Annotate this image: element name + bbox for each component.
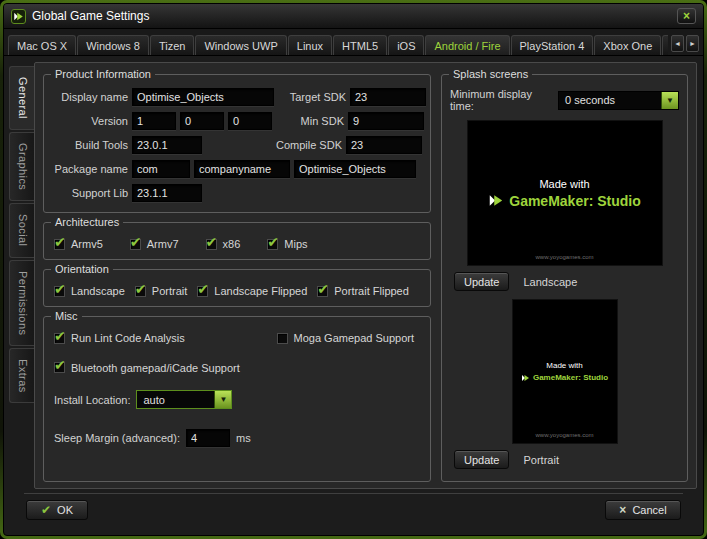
support-lib-row: Support Lib bbox=[52, 184, 422, 202]
tab-linux[interactable]: Linux bbox=[288, 35, 332, 55]
checkbox-label: Run Lint Code Analysis bbox=[71, 332, 185, 344]
close-icon[interactable]: × bbox=[677, 8, 696, 24]
package-part3-input[interactable] bbox=[294, 160, 416, 178]
portrait-checkbox[interactable]: Portrait bbox=[135, 285, 187, 297]
checkbox-box bbox=[317, 286, 328, 297]
install-location-dropdown[interactable]: auto ▼ bbox=[136, 390, 232, 409]
close-icon: × bbox=[619, 503, 626, 517]
sleep-margin-unit: ms bbox=[236, 432, 251, 444]
chevron-down-icon[interactable]: ▼ bbox=[661, 92, 678, 109]
footer-divider bbox=[24, 493, 683, 494]
checkbox-label: x86 bbox=[223, 238, 241, 250]
cancel-button[interactable]: × Cancel bbox=[605, 500, 681, 520]
checkbox-box bbox=[130, 239, 141, 250]
minimum-display-time-row: Minimum display time: 0 seconds ▼ bbox=[450, 88, 679, 112]
side-tab-graphics[interactable]: Graphics bbox=[9, 132, 34, 201]
portrait-update-button[interactable]: Update bbox=[454, 450, 509, 469]
window-frame: Global Game Settings × Mac OS X Windows … bbox=[0, 0, 707, 539]
sleep-margin-input[interactable] bbox=[186, 429, 230, 447]
misc-row-sleep-margin: Sleep Margin (advanced): ms bbox=[54, 429, 422, 447]
footer-buttons: ✔ OK × Cancel bbox=[18, 500, 689, 520]
general-panel: Product Information Display name Target … bbox=[34, 62, 697, 489]
tab-scroll-controls: ◄ ► bbox=[668, 35, 701, 55]
sleep-margin-label: Sleep Margin (advanced): bbox=[54, 432, 180, 444]
tab-scroll-right-icon[interactable]: ► bbox=[686, 35, 699, 52]
checkbox-box bbox=[54, 333, 65, 344]
moga-gamepad-checkbox[interactable]: Moga Gamepad Support bbox=[277, 332, 414, 344]
side-tab-permissions[interactable]: Permissions bbox=[9, 260, 34, 346]
x86-checkbox[interactable]: x86 bbox=[206, 238, 241, 250]
cancel-button-label: Cancel bbox=[632, 504, 666, 516]
tab-xbox-one[interactable]: Xbox One bbox=[594, 35, 661, 55]
landscape-flipped-checkbox[interactable]: Landscape Flipped bbox=[197, 285, 307, 297]
mips-checkbox[interactable]: Mips bbox=[267, 238, 307, 250]
min-sdk-input[interactable] bbox=[348, 112, 424, 130]
checkbox-label: Portrait Flipped bbox=[334, 285, 409, 297]
portrait-flipped-checkbox[interactable]: Portrait Flipped bbox=[317, 285, 409, 297]
gamemaker-app-icon bbox=[11, 9, 26, 24]
minimum-display-time-label: Minimum display time: bbox=[450, 88, 558, 112]
landscape-checkbox[interactable]: Landscape bbox=[54, 285, 125, 297]
minimum-display-time-dropdown[interactable]: 0 seconds ▼ bbox=[558, 91, 679, 110]
version-minor-input[interactable] bbox=[180, 112, 224, 130]
version-major-input[interactable] bbox=[132, 112, 176, 130]
armv5-checkbox[interactable]: Armv5 bbox=[54, 238, 103, 250]
tab-windows-uwp[interactable]: Windows UWP bbox=[195, 35, 286, 55]
tab-playstation-4[interactable]: PlayStation 4 bbox=[511, 35, 594, 55]
tab-mac-os-x[interactable]: Mac OS X bbox=[8, 35, 76, 55]
landscape-update-button[interactable]: Update bbox=[454, 272, 509, 291]
dropdown-value: auto bbox=[137, 391, 214, 408]
misc-row-lint: Run Lint Code Analysis Moga Gamepad Supp… bbox=[54, 332, 422, 344]
target-sdk-input[interactable] bbox=[350, 88, 426, 106]
chevron-down-icon[interactable]: ▼ bbox=[214, 391, 231, 408]
side-tab-social[interactable]: Social bbox=[9, 203, 34, 257]
tab-html5[interactable]: HTML5 bbox=[333, 35, 387, 55]
platform-tabbar: Mac OS X Windows 8 Tizen Windows UWP Lin… bbox=[4, 29, 703, 56]
package-part1-input[interactable] bbox=[132, 160, 190, 178]
portrait-update-row: Update Portrait bbox=[454, 450, 679, 469]
platform-tabs: Mac OS X Windows 8 Tizen Windows UWP Lin… bbox=[8, 33, 668, 55]
ok-button-label: OK bbox=[57, 504, 73, 516]
display-name-label: Display name bbox=[52, 91, 128, 103]
landscape-caption: Landscape bbox=[523, 276, 577, 288]
tab-tizen[interactable]: Tizen bbox=[150, 35, 195, 55]
side-tab-extras[interactable]: Extras bbox=[9, 348, 34, 404]
checkbox-box bbox=[267, 239, 278, 250]
footer: ✔ OK × Cancel bbox=[4, 489, 703, 535]
tab-android-fire[interactable]: Android / Fire bbox=[425, 35, 509, 55]
side-tab-general[interactable]: General bbox=[9, 66, 34, 130]
support-lib-input[interactable] bbox=[132, 184, 202, 202]
checkbox-label: Moga Gamepad Support bbox=[294, 332, 414, 344]
group-title: Orientation bbox=[51, 263, 113, 275]
checkbox-label: Landscape bbox=[71, 285, 125, 297]
group-title: Architectures bbox=[51, 216, 123, 228]
armv7-checkbox[interactable]: Armv7 bbox=[130, 238, 179, 250]
compile-sdk-label: Compile SDK bbox=[274, 139, 342, 151]
tab-scroll-left-icon[interactable]: ◄ bbox=[671, 35, 684, 52]
checkbox-label: Armv7 bbox=[147, 238, 179, 250]
package-name-row: Package name bbox=[52, 160, 422, 178]
build-tools-input[interactable] bbox=[132, 136, 202, 154]
package-part2-input[interactable] bbox=[194, 160, 290, 178]
version-build-input[interactable] bbox=[228, 112, 272, 130]
category-tabs: General Graphics Social Permissions Extr… bbox=[9, 62, 34, 489]
target-sdk-label: Target SDK bbox=[278, 91, 346, 103]
tab-ios[interactable]: iOS bbox=[388, 35, 424, 55]
run-lint-checkbox[interactable]: Run Lint Code Analysis bbox=[54, 332, 185, 344]
ok-button[interactable]: ✔ OK bbox=[26, 500, 88, 520]
landscape-update-row: Update Landscape bbox=[454, 272, 679, 291]
tab-windows-8[interactable]: Windows 8 bbox=[77, 35, 149, 55]
support-lib-label: Support Lib bbox=[52, 187, 128, 199]
package-name-label: Package name bbox=[52, 163, 128, 175]
bluetooth-gamepad-checkbox[interactable]: Bluetooth gamepad/iCade Support bbox=[54, 362, 240, 374]
compile-sdk-input[interactable] bbox=[346, 136, 422, 154]
checkbox-label: Landscape Flipped bbox=[214, 285, 307, 297]
misc-row-install-location: Install Location: auto ▼ bbox=[54, 390, 422, 409]
orientation-group: Orientation Landscape Portrait bbox=[43, 269, 431, 307]
splash-made-with-text: Made with bbox=[539, 178, 589, 190]
checkbox-label: Bluetooth gamepad/iCade Support bbox=[71, 362, 240, 374]
orientation-row: Landscape Portrait Landscape Flipped bbox=[52, 283, 422, 298]
misc-group: Misc Run Lint Code Analysis Moga Gamepad… bbox=[43, 316, 431, 482]
titlebar[interactable]: Global Game Settings × bbox=[4, 4, 703, 29]
display-name-input[interactable] bbox=[132, 88, 274, 106]
